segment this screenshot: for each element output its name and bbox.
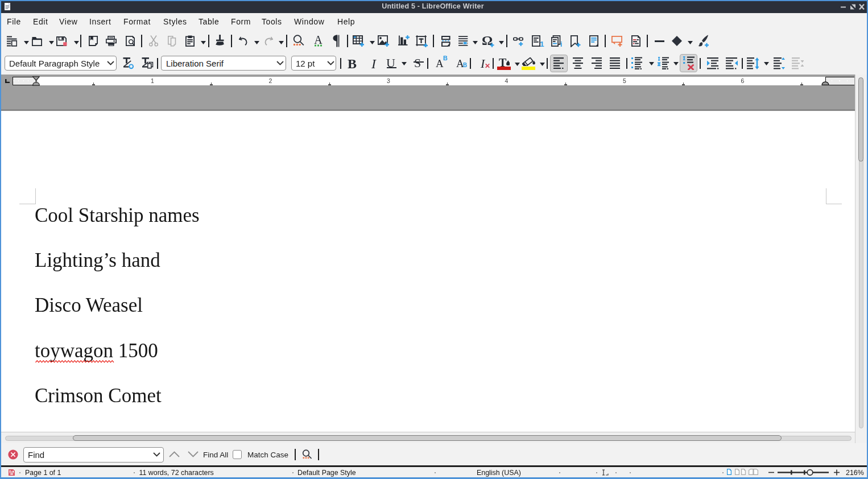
svg-text:A: A bbox=[314, 35, 323, 46]
svg-text:i: i bbox=[560, 40, 562, 47]
svg-text:1: 1 bbox=[540, 40, 544, 47]
